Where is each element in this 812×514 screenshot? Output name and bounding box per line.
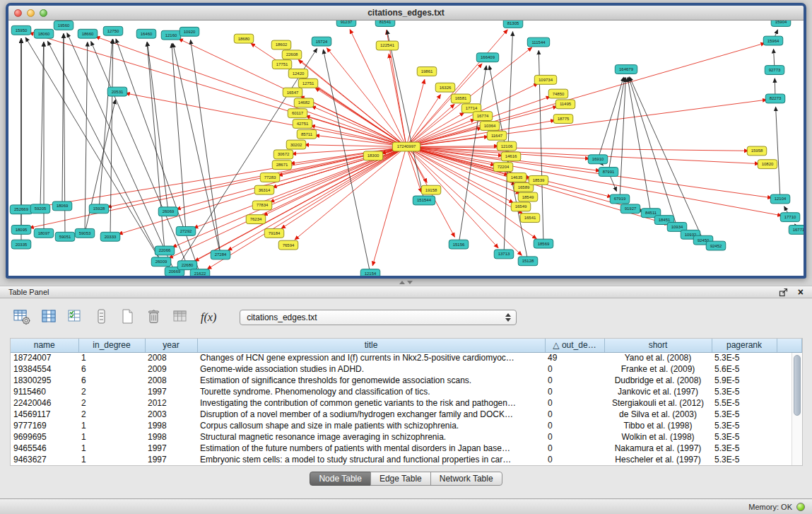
graph-node[interactable]: 18660 (78, 29, 98, 38)
graph-node[interactable]: 12750 (103, 26, 123, 35)
graph-node[interactable]: 18069 (52, 201, 72, 211)
column-header-in_degree[interactable]: in_degree (78, 339, 145, 352)
graph-node[interactable]: 76594 (278, 240, 298, 250)
graph-node[interactable]: 12106 (497, 141, 517, 151)
graph-node[interactable]: 12154 (360, 269, 380, 276)
graph-node[interactable]: 92452 (706, 241, 726, 250)
graph-node[interactable]: 60117 (288, 109, 307, 118)
graph-node[interactable]: 16541 (520, 214, 540, 223)
graph-node[interactable]: 91927 (620, 204, 640, 214)
graph-node[interactable]: 15964 (763, 36, 783, 45)
column-header-year[interactable]: year (145, 339, 197, 352)
graph-node[interactable]: 15156 (449, 240, 469, 249)
graph-node[interactable]: 20333 (100, 232, 120, 241)
graph-node[interactable]: 76234 (246, 215, 266, 224)
graph-node[interactable]: 26069 (158, 207, 178, 216)
tab-node-table[interactable]: Node Table (310, 472, 371, 486)
graph-node[interactable]: 12751 (298, 78, 318, 88)
graph-node[interactable]: 164679 (615, 65, 637, 74)
graph-node[interactable]: 77283 (260, 173, 280, 182)
graph-node[interactable]: 20335 (11, 240, 31, 249)
graph-node[interactable]: 109734 (534, 75, 556, 84)
graph-node[interactable]: 10820 (758, 160, 777, 169)
table-row[interactable]: 946554611997Estimation of the future num… (11, 443, 802, 454)
graph-node[interactable]: 79184 (264, 228, 284, 238)
graph-node[interactable]: 14616 (501, 152, 521, 161)
table-row[interactable]: 969969511998Structural magnetic resonanc… (11, 431, 802, 443)
graph-node[interactable]: 18539 (529, 175, 548, 185)
graph-node[interactable]: 15128 (518, 257, 538, 266)
graph-node[interactable]: 16581 (451, 94, 471, 103)
close-window-button[interactable] (14, 9, 22, 17)
graph-node[interactable]: 12420 (288, 69, 308, 78)
network-canvas[interactable]: 1724099718680186022260817751124201275116… (8, 21, 804, 276)
graph-node[interactable]: 14635 (507, 173, 526, 182)
graph-node[interactable]: 19560 (54, 21, 73, 30)
graph-node[interactable]: 151544 (413, 196, 435, 205)
graph-node[interactable]: 85711 (297, 129, 317, 139)
graph-node[interactable]: 16549 (511, 202, 531, 211)
graph-node[interactable]: 10364 (480, 122, 500, 131)
graph-node[interactable]: 15950 (11, 25, 31, 35)
graph-node[interactable]: 74850 (548, 89, 568, 98)
graph-node[interactable]: 18300 (363, 151, 383, 160)
graph-node[interactable]: 13713 (494, 250, 514, 259)
graph-node[interactable]: 17751 (272, 60, 292, 69)
graph-node[interactable]: 16326 (435, 83, 455, 92)
new-document-icon[interactable] (119, 308, 136, 326)
graph-node[interactable]: 81541 (375, 21, 395, 26)
minimize-window-button[interactable] (27, 9, 35, 17)
tab-network-table[interactable]: Network Table (430, 472, 502, 486)
table-row[interactable]: 946362711997Embryonic stem cells: a mode… (11, 454, 802, 465)
graph-node[interactable]: 30202 (286, 140, 306, 149)
graph-node[interactable]: 15904 (771, 21, 791, 26)
graph-node[interactable]: 15928 (89, 204, 109, 214)
graph-node[interactable]: 18680 (234, 34, 254, 43)
column-header-title[interactable]: title (197, 339, 545, 352)
graph-node[interactable]: 122541 (376, 41, 398, 50)
float-panel-button[interactable] (779, 288, 788, 297)
graph-node[interactable]: 18549 (518, 192, 538, 201)
graph-node[interactable]: 166409 (476, 53, 498, 62)
graph-node[interactable]: 18602 (271, 40, 291, 49)
graph-node[interactable]: 67919 (610, 194, 630, 204)
window-titlebar[interactable]: citations_edges.txt (8, 6, 804, 21)
table-row[interactable]: 1872400712008Changes of HCN gene express… (11, 352, 802, 363)
graph-node[interactable]: 22608 (282, 50, 302, 59)
graph-node[interactable]: 26009 (151, 257, 171, 267)
show-columns-icon[interactable] (40, 308, 57, 326)
import-table-icon[interactable] (172, 308, 189, 326)
graph-node[interactable]: 12104 (770, 194, 790, 204)
graph-node[interactable]: 30672 (273, 150, 293, 159)
graph-node[interactable]: 19861 (417, 67, 437, 76)
edit-table-icon[interactable] (66, 308, 83, 326)
graph-node[interactable]: 87991 (599, 168, 618, 177)
graph-node[interactable]: 12160 (161, 30, 181, 40)
scrollbar-thumb[interactable] (794, 355, 801, 416)
graph-node[interactable]: 19158 (421, 185, 441, 194)
function-builder-icon[interactable]: f(x) (198, 311, 218, 326)
graph-node[interactable]: 22066 (155, 246, 175, 255)
column-header-pagerank[interactable]: pagerank (712, 339, 777, 352)
delete-icon[interactable] (145, 308, 163, 326)
graph-node[interactable]: 16460 (136, 29, 156, 38)
graph-node[interactable]: 17240997 (392, 142, 420, 151)
column-header-out_degree[interactable]: △ out_de… (545, 339, 604, 352)
graph-node[interactable]: 10920 (180, 27, 199, 36)
graph-node[interactable]: 59051 (55, 232, 75, 241)
splitter-grip-icon[interactable] (397, 279, 414, 286)
graph-node[interactable]: 15958 (747, 146, 767, 156)
graph-node[interactable]: 11495 (555, 100, 575, 109)
table-scrollbar[interactable] (792, 353, 802, 465)
graph-node[interactable]: 36314 (254, 185, 274, 194)
graph-node[interactable]: 20531 (107, 87, 127, 96)
graph-node[interactable]: 17710 (780, 213, 800, 222)
graph-node[interactable]: 11647 (487, 131, 507, 140)
graph-node[interactable]: 82273 (765, 94, 785, 103)
graph-node[interactable]: 22680 (177, 261, 197, 270)
table-row[interactable]: 2242004622012Investigating the contribut… (11, 397, 802, 409)
table-row[interactable]: 1938455462009Genome-wide association stu… (11, 363, 802, 375)
graph-node[interactable]: 27284 (211, 250, 230, 259)
graph-node[interactable]: 42751 (293, 119, 312, 129)
tab-edge-table[interactable]: Edge Table (370, 472, 431, 486)
